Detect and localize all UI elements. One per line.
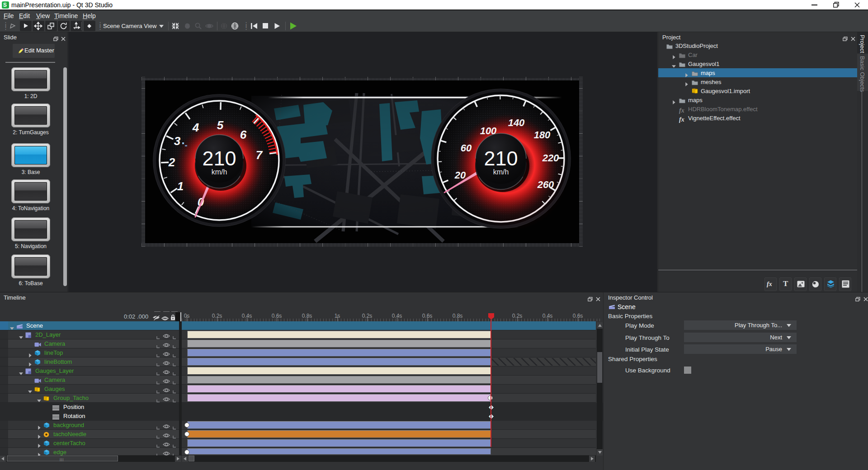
svg-text:140: 140 <box>508 117 525 128</box>
svg-text:260: 260 <box>537 179 554 190</box>
svg-text:210: 210 <box>484 147 518 170</box>
svg-text:km/h: km/h <box>493 168 509 176</box>
svg-text:5: 5 <box>217 118 224 132</box>
svg-text:220: 220 <box>542 152 559 164</box>
svg-text:4: 4 <box>192 121 199 134</box>
svg-text:20: 20 <box>454 169 466 181</box>
svg-text:2: 2 <box>168 155 175 169</box>
svg-text:km/h: km/h <box>212 168 227 176</box>
svg-text:180: 180 <box>534 129 551 141</box>
svg-text:7: 7 <box>256 148 263 162</box>
svg-text:210: 210 <box>202 147 236 170</box>
svg-text:60: 60 <box>461 142 472 154</box>
svg-text:1: 1 <box>177 179 184 193</box>
svg-text:3: 3 <box>174 134 181 148</box>
svg-text:6: 6 <box>240 128 247 141</box>
